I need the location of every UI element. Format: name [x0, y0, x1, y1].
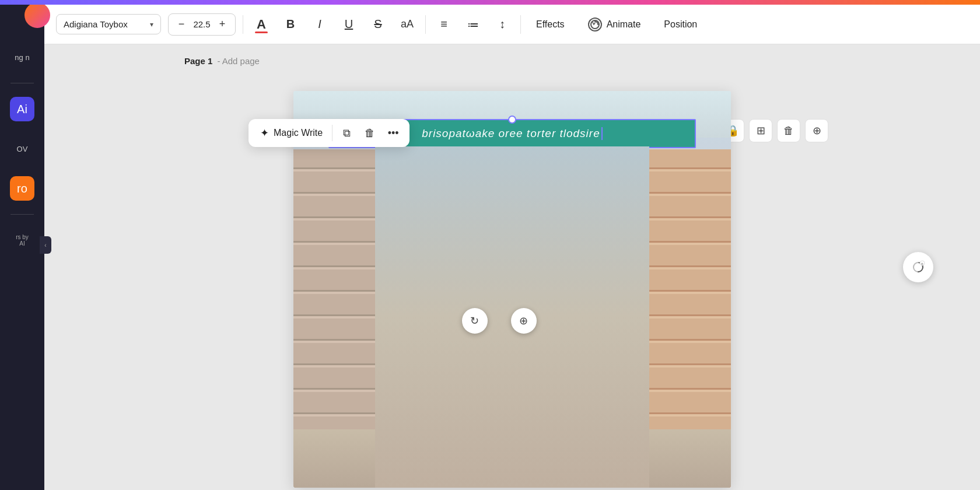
delete-page-icon: 🗑 [783, 125, 794, 137]
rotate-icon: ↻ [470, 314, 479, 327]
rotate-control[interactable]: ↻ [462, 308, 488, 334]
sidebar-text-rs: rs by AI [16, 234, 29, 247]
ro-icon-box: ro [10, 176, 34, 201]
canvas-area: Page 1 - Add page ✦ Magic Write ⧉ 🗑 ••• … [44, 44, 980, 490]
new-page-button[interactable]: ⊕ [805, 119, 828, 142]
add-frame-button[interactable]: ⊞ [749, 119, 772, 142]
delete-button[interactable]: 🗑 [359, 123, 380, 144]
design-canvas: brisopatωake oree torter tlodsire [293, 91, 731, 488]
more-options-button[interactable]: ••• [383, 123, 404, 144]
more-icon: ••• [388, 127, 399, 139]
font-selector-chevron-icon: ▾ [150, 20, 153, 29]
ai-assistant-button[interactable]: + [903, 252, 933, 282]
sidebar-item-1[interactable]: ng n [5, 40, 40, 75]
user-avatar[interactable] [24, 2, 50, 28]
bold-button[interactable]: B [279, 13, 302, 36]
svg-text:+: + [921, 261, 924, 267]
toolbar-divider-2 [425, 15, 426, 34]
page-header: Page 1 - Add page [184, 56, 260, 66]
position-button[interactable]: Position [656, 15, 705, 34]
duplicate-icon: ⧉ [343, 127, 351, 139]
effects-button[interactable]: Effects [528, 15, 573, 34]
line-height-button[interactable]: ↕ [491, 13, 513, 36]
animate-button[interactable]: Animate [580, 13, 649, 36]
font-size-control: − 22.5 + [168, 13, 236, 36]
magic-write-button[interactable]: ✦ Magic Write [254, 123, 328, 143]
new-page-icon: ⊕ [813, 124, 821, 137]
sidebar-item-rs[interactable]: rs by AI [5, 223, 40, 258]
align-button[interactable]: ≡ [433, 13, 455, 36]
sidebar-item-ai[interactable]: Ai [5, 92, 40, 127]
sidebar-divider-2 [10, 214, 34, 215]
add-frame-icon: ⊞ [757, 124, 765, 137]
sidebar-item-ro[interactable]: ro [5, 171, 40, 206]
font-name: Adigiana Toybox [64, 19, 145, 29]
font-size-decrease-button[interactable]: − [173, 16, 190, 33]
move-control[interactable]: ⊕ [511, 308, 537, 334]
sidebar-item-ov[interactable]: OV [5, 131, 40, 166]
banner-text: brisopatωake oree torter tlodsire [422, 127, 600, 140]
italic-button[interactable]: I [309, 13, 331, 36]
toolbar-divider-1 [243, 15, 243, 34]
grocery-store-image: brisopatωake oree torter tlodsire [293, 91, 731, 488]
sidebar-text-ov: OV [17, 145, 28, 153]
floating-divider-1 [332, 125, 332, 141]
font-size-value: 22.5 [192, 19, 212, 29]
move-icon: ⊕ [519, 314, 528, 327]
font-selector[interactable]: Adigiana Toybox ▾ [56, 14, 161, 34]
magic-write-label: Magic Write [274, 128, 323, 138]
add-page-label[interactable]: - Add page [217, 56, 260, 66]
top-gradient-bar [0, 0, 980, 5]
floating-toolbar: ✦ Magic Write ⧉ 🗑 ••• [249, 119, 410, 147]
sidebar-collapse-button[interactable]: ‹ [40, 236, 51, 254]
main-area: Adigiana Toybox ▾ − 22.5 + A B I U S aA … [44, 5, 980, 490]
duplicate-button[interactable]: ⧉ [336, 123, 357, 144]
sidebar-text-1: ng n [15, 53, 29, 62]
page-actions: 🔒 ⊞ 🗑 ⊕ [721, 119, 828, 142]
animate-icon [588, 18, 602, 32]
list-button[interactable]: ≔ [462, 13, 484, 36]
sidebar-divider-1 [10, 83, 34, 83]
text-color-button[interactable]: A [250, 13, 272, 36]
text-cursor [601, 127, 603, 140]
banner-handle [508, 116, 516, 124]
toolbar-divider-3 [520, 15, 521, 34]
sidebar-items: ng n Ai OV ro rs by AI [0, 40, 44, 258]
underline-button[interactable]: U [338, 13, 360, 36]
strikethrough-button[interactable]: S [367, 13, 389, 36]
font-size-increase-button[interactable]: + [214, 16, 230, 33]
text-case-button[interactable]: aA [396, 13, 418, 36]
page-title: Page 1 [184, 56, 212, 66]
sidebar: ng n Ai OV ro rs by AI ‹ [0, 0, 44, 490]
magic-write-icon: ✦ [260, 127, 269, 139]
delete-page-button[interactable]: 🗑 [777, 119, 800, 142]
toolbar: Adigiana Toybox ▾ − 22.5 + A B I U S aA … [44, 5, 980, 44]
ai-icon-box: Ai [10, 97, 34, 121]
delete-icon: 🗑 [365, 127, 375, 139]
image-controls: ↻ ⊕ [462, 308, 537, 334]
